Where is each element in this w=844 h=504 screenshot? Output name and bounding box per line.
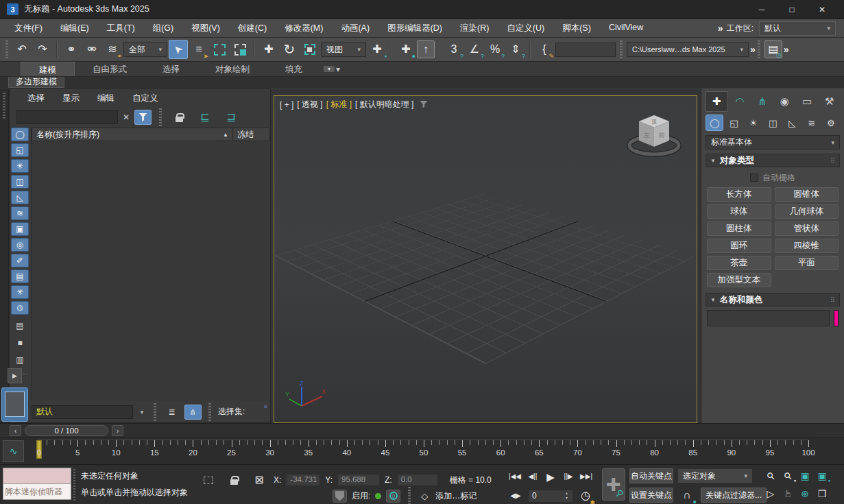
object-button-6[interactable]: 管状体 — [775, 221, 839, 236]
ribbon-tab-5[interactable]: 填充 — [267, 62, 320, 76]
cat-cameras-icon[interactable]: ◫ — [764, 115, 782, 131]
object-button-9[interactable]: 茶壶 — [707, 256, 771, 270]
menu-item-11[interactable]: 自定义(U) — [498, 20, 553, 37]
close-button[interactable]: ✕ — [807, 1, 837, 19]
list-view-icon[interactable]: ▤ — [11, 320, 29, 332]
object-color-swatch[interactable] — [834, 310, 839, 326]
project-folder-dropdown[interactable]: C:\Users\ww…ds Max 2025 ▾ — [627, 42, 749, 57]
filter-shapes-icon[interactable]: ◱ — [11, 143, 29, 157]
rectangular-selection-region-icon[interactable] — [210, 40, 229, 59]
search-filter-button[interactable] — [134, 110, 152, 125]
toolbar-grip[interactable] — [5, 40, 8, 58]
viewport-filter-icon[interactable] — [420, 101, 427, 108]
unlink-selection-icon[interactable]: ⚮ — [82, 40, 101, 59]
safe-scene-shield-icon[interactable] — [333, 490, 347, 503]
tab-modify-icon[interactable]: ◠ — [730, 91, 751, 112]
object-button-2[interactable]: 圆锥体 — [775, 187, 839, 202]
object-button-4[interactable]: 几何球体 — [775, 204, 839, 219]
name-color-rollout[interactable]: ▼ 名称和颜色 ⠿ — [706, 293, 840, 307]
frame-ruler[interactable]: 0510152025303540455055606570758085909510… — [39, 440, 808, 463]
ribbon-tab-4[interactable]: 对象绘制 — [197, 62, 267, 76]
expand-tree-icon[interactable]: ⊑ — [195, 108, 215, 127]
cat-shapes-icon[interactable]: ◱ — [725, 115, 743, 131]
zoom-all-icon[interactable]: ⚲▪ — [780, 468, 796, 483]
viewport-menu-shading[interactable]: [ 默认明暗处理 ] — [355, 99, 413, 110]
listener-pane[interactable]: 脚本迷你侦听器 — [3, 484, 71, 500]
filter-helpers-icon[interactable]: ◺ — [11, 191, 29, 204]
absolute-mode-transform-icon[interactable]: ⊠ — [250, 470, 269, 490]
toolbar-overflow-icon[interactable]: » — [750, 44, 753, 55]
menu-item-8[interactable]: 动画(A) — [332, 20, 378, 37]
select-and-rotate-icon[interactable]: ↻ — [280, 40, 299, 59]
object-button-3[interactable]: 球体 — [707, 204, 771, 219]
workspace-dropdown[interactable]: 默认 ▾ — [759, 21, 836, 36]
auto-key-button[interactable]: 自动关键点 — [629, 468, 673, 483]
spinner-snap-icon[interactable]: ⇕? — [506, 40, 525, 59]
named-selection-set-field[interactable] — [555, 43, 616, 57]
select-object-icon[interactable]: ➤ — [169, 40, 188, 59]
lock-explorer-icon[interactable] — [169, 108, 189, 127]
menu-overflow-icon[interactable]: » — [718, 23, 721, 34]
zoom-icon[interactable]: ⚲ — [762, 468, 779, 483]
zoom-region-icon[interactable]: ▷ — [762, 485, 779, 501]
bind-to-space-warp-icon[interactable]: ≋⚭ — [103, 40, 122, 59]
menu-item-6[interactable]: 创建(C) — [229, 20, 276, 37]
explorer-overflow-icon[interactable]: » — [263, 403, 266, 410]
explorer-menu-3[interactable]: 编辑 — [89, 91, 123, 106]
object-button-10[interactable]: 平面 — [775, 256, 839, 270]
key-filters-button[interactable]: 关键点过滤器... — [701, 488, 767, 503]
current-frame-field[interactable]: 0 ▴▾ — [528, 490, 573, 503]
frame-spinner[interactable]: ▴▾ — [566, 491, 569, 500]
pan-view-icon[interactable]: ☞ — [780, 485, 796, 501]
time-configuration-icon[interactable]: ◷✱ — [576, 486, 595, 504]
menu-item-1[interactable]: 文件(F) — [5, 20, 51, 37]
object-button-7[interactable]: 圆环 — [707, 239, 771, 253]
menu-item-4[interactable]: 组(G) — [144, 20, 183, 37]
tab-utilities-icon[interactable]: ⚒ — [819, 91, 840, 112]
ribbon-tab-1[interactable]: 建模 — [21, 62, 75, 76]
object-button-8[interactable]: 四棱锥 — [775, 239, 839, 253]
selection-lock-toggle-icon[interactable] — [224, 470, 243, 490]
go-to-end-icon[interactable]: ▶▶| — [579, 469, 594, 484]
rollout-grip-icon[interactable]: ⠿ — [830, 157, 835, 165]
object-list[interactable] — [32, 141, 270, 401]
autogrid-checkbox[interactable] — [750, 173, 758, 182]
select-and-scale-icon[interactable] — [300, 40, 319, 59]
layout-tabs-expand-button[interactable]: ▶ — [8, 368, 22, 383]
viewport-menu-general[interactable]: [ + ] — [280, 100, 293, 110]
set-keys-button[interactable]: ✚ ⚲ — [602, 468, 625, 501]
ribbon-tab-2[interactable]: 自由形式 — [75, 62, 145, 76]
maximize-viewport-toggle-icon[interactable]: ❐ — [814, 485, 830, 501]
zoom-extents-all-icon[interactable]: ▣▪ — [814, 468, 830, 483]
select-and-manipulate-icon[interactable]: ✚● — [396, 40, 415, 59]
viewport-layout-tab[interactable] — [1, 387, 28, 422]
window-crossing-icon[interactable] — [230, 40, 250, 59]
swatch-icon[interactable]: ■ — [11, 337, 29, 349]
save-file-icon[interactable]: ▤◷ — [764, 40, 782, 58]
undo-icon[interactable]: ↶ — [12, 40, 32, 59]
object-category-dropdown[interactable]: 标准基本体 ▾ — [706, 135, 840, 149]
name-column-header[interactable]: 名称(按升序排序) ▲ — [32, 128, 232, 141]
filter-groups-icon[interactable]: ▣ — [11, 222, 29, 236]
dock-grip[interactable] — [3, 93, 5, 120]
time-slider[interactable]: 0 / 100 — [25, 425, 108, 436]
cat-systems-icon[interactable]: ⚙ — [822, 115, 840, 131]
key-selection-dropdown[interactable]: 选定对象 ▾ — [677, 468, 753, 483]
redo-icon[interactable]: ↷ — [33, 40, 52, 59]
previous-frame-icon[interactable]: ◀|| — [525, 469, 540, 484]
filter-lights-icon[interactable]: ☀ — [11, 159, 29, 173]
percent-snap-icon[interactable]: %? — [485, 40, 505, 59]
cat-space-warps-icon[interactable]: ≋ — [802, 115, 820, 131]
object-button-1[interactable]: 长方体 — [707, 187, 771, 202]
maxscript-mini-listener[interactable]: 脚本迷你侦听器 — [3, 468, 71, 500]
zoom-extents-icon[interactable]: ▣ — [797, 468, 813, 483]
play-animation-icon[interactable]: ▶ — [543, 469, 558, 484]
select-and-move-icon[interactable]: ✚ — [259, 40, 278, 59]
viewport-menu-standard[interactable]: [ 标准 ] — [326, 99, 352, 110]
ribbon-tab-3[interactable]: 选择 — [145, 62, 197, 76]
mini-curve-editor-button[interactable]: ∿ — [3, 440, 24, 462]
object-type-rollout[interactable]: ▼ 对象类型 ⠿ — [706, 154, 840, 167]
isolate-toggle-icon[interactable]: ◇ — [418, 490, 431, 502]
new-key-tangent-icon[interactable]: ∩● — [677, 485, 697, 504]
toolbar-grip[interactable] — [758, 40, 760, 58]
